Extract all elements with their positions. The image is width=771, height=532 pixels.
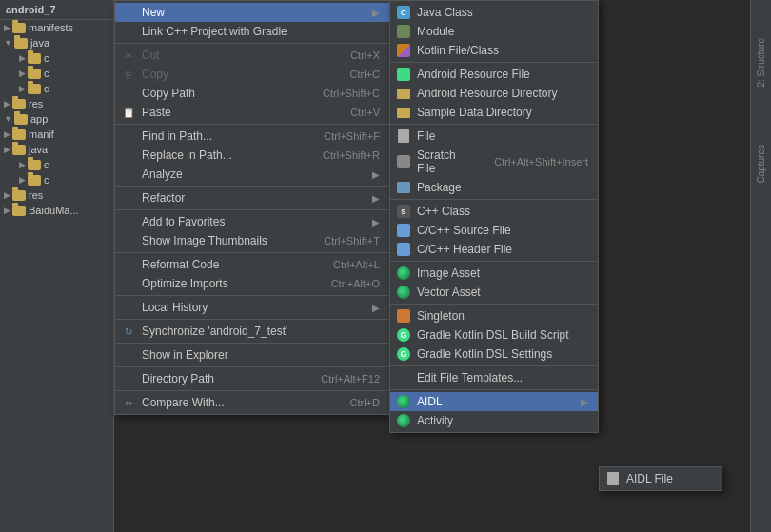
expand-arrow: ▶ bbox=[4, 145, 10, 154]
ctx-menu-item-new[interactable]: New ▶ bbox=[115, 3, 389, 22]
new-submenu-singleton[interactable]: Singleton bbox=[390, 306, 598, 325]
ctx-menu-item-show-explorer[interactable]: Show in Explorer bbox=[115, 345, 389, 365]
sidebar-item-c1[interactable]: ▶ c bbox=[0, 50, 113, 66]
new-submenu-image-asset[interactable]: Image Asset bbox=[390, 264, 598, 283]
separator bbox=[115, 319, 389, 320]
ctx-menu-item-copy-path[interactable]: Copy Path Ctrl+Shift+C bbox=[115, 84, 389, 103]
ctx-menu-item-paste[interactable]: 📋 Paste Ctrl+V bbox=[115, 103, 389, 122]
ctx-menu-item-reformat[interactable]: Reformat Code Ctrl+Alt+L bbox=[115, 255, 389, 274]
none-icon bbox=[121, 86, 136, 101]
ctx-menu-item-link-cpp[interactable]: Link C++ Project with Gradle bbox=[115, 22, 389, 41]
new-submenu-gradle-build[interactable]: G Gradle Kotlin DSL Build Script bbox=[390, 325, 598, 345]
sidebar-item-manifests2[interactable]: ▶ manif bbox=[0, 127, 113, 142]
ctx-menu-item-compare-with[interactable]: ⇔ Compare With... Ctrl+D bbox=[115, 393, 389, 412]
new-submenu-android-res-file[interactable]: Android Resource File bbox=[390, 65, 598, 84]
submenu-arrow-icon: ▶ bbox=[372, 303, 380, 313]
none-icon bbox=[121, 300, 136, 315]
new-submenu-item-label: C/C++ Header File bbox=[417, 243, 512, 256]
new-submenu-edit-templates[interactable]: Edit File Templates... bbox=[390, 368, 598, 387]
aidl-submenu-arrow-icon: ▶ bbox=[581, 397, 588, 407]
ctx-menu-item-copy[interactable]: ⎘ Copy Ctrl+C bbox=[115, 65, 389, 84]
sidebar-item-baidumap[interactable]: ▶ BaiduMa... bbox=[0, 203, 113, 218]
none-icon bbox=[121, 128, 136, 144]
none-icon bbox=[121, 257, 136, 272]
android-res-badge bbox=[397, 68, 410, 81]
ctx-menu-item-refactor[interactable]: Refactor ▶ bbox=[115, 188, 389, 207]
new-submenu-item-label: Activity bbox=[417, 414, 453, 427]
folder-icon bbox=[12, 99, 26, 109]
ctx-menu-item-add-favorites[interactable]: Add to Favorites ▶ bbox=[115, 212, 389, 231]
aidl-file-badge bbox=[607, 472, 619, 485]
sidebar-item-label: c bbox=[44, 159, 49, 170]
separator bbox=[390, 62, 598, 63]
sidebar-item-java[interactable]: ▼ java bbox=[0, 35, 113, 50]
ctx-menu-item-find-in-path[interactable]: Find in Path... Ctrl+Shift+F bbox=[115, 127, 389, 146]
sync-icon: ↻ bbox=[121, 324, 136, 339]
new-submenu-vector-asset[interactable]: Vector Asset bbox=[390, 283, 598, 302]
shortcut-label: Ctrl+V bbox=[350, 107, 380, 118]
ctx-menu-item-directory-path[interactable]: Directory Path Ctrl+Alt+F12 bbox=[115, 369, 389, 388]
new-submenu-file[interactable]: File bbox=[390, 127, 598, 146]
new-submenu-cpp-header[interactable]: C/C++ Header File bbox=[390, 240, 598, 259]
kotlin-icon bbox=[396, 43, 411, 58]
new-submenu-kotlin[interactable]: Kotlin File/Class bbox=[390, 41, 598, 60]
side-tab-captures[interactable]: Captures bbox=[756, 145, 766, 184]
ctx-menu-item-synchronize[interactable]: ↻ Synchronize 'android_7_test' bbox=[115, 322, 389, 341]
shortcut-label: Ctrl+Shift+T bbox=[324, 235, 380, 246]
sidebar-item-java2[interactable]: ▶ java bbox=[0, 142, 113, 157]
new-submenu-sample-data[interactable]: Sample Data Directory bbox=[390, 103, 598, 122]
new-submenu-activity[interactable]: Activity bbox=[390, 411, 598, 430]
aidl-submenu-item-label: AIDL File bbox=[626, 472, 673, 485]
module-icon bbox=[396, 24, 411, 39]
ctx-item-label: Add to Favorites bbox=[142, 215, 225, 228]
new-submenu-cpp-src[interactable]: C/C++ Source File bbox=[390, 221, 598, 240]
sample-data-icon bbox=[396, 105, 411, 120]
ctx-item-label: Analyze bbox=[142, 167, 183, 181]
sidebar-item-label: res bbox=[29, 189, 43, 201]
separator bbox=[115, 186, 389, 187]
new-submenu-item-label: AIDL bbox=[417, 395, 443, 408]
separator bbox=[115, 43, 389, 44]
separator bbox=[115, 295, 389, 296]
sidebar-item-app[interactable]: ▼ app bbox=[0, 111, 113, 127]
singleton-icon bbox=[396, 308, 411, 324]
new-submenu-package[interactable]: Package bbox=[390, 178, 598, 197]
paste-icon: 📋 bbox=[121, 105, 136, 120]
aidl-submenu-aidl-file[interactable]: AIDL File bbox=[600, 469, 722, 488]
new-submenu-module[interactable]: Module bbox=[390, 22, 598, 41]
ctx-menu-item-analyze[interactable]: Analyze ▶ bbox=[115, 165, 389, 184]
activity-icon bbox=[396, 413, 411, 428]
ctx-item-label: Show Image Thumbnails bbox=[142, 234, 267, 247]
folder-res-badge bbox=[397, 89, 410, 99]
java-icon: C bbox=[396, 5, 411, 20]
ctx-menu-item-optimize-imports[interactable]: Optimize Imports Ctrl+Alt+O bbox=[115, 274, 389, 293]
shortcut-label: Ctrl+Alt+Shift+Insert bbox=[494, 156, 588, 167]
sidebar-item-res2[interactable]: ▶ res bbox=[0, 187, 113, 203]
new-submenu-aidl[interactable]: AIDL ▶ bbox=[390, 392, 598, 411]
new-submenu-cpp-class[interactable]: S C++ Class bbox=[390, 202, 598, 221]
new-submenu-android-res-dir[interactable]: Android Resource Directory bbox=[390, 84, 598, 103]
sidebar-item-c3[interactable]: ▶ c bbox=[0, 81, 113, 96]
expand-arrow: ▶ bbox=[4, 206, 10, 215]
ctx-menu-item-local-history[interactable]: Local History ▶ bbox=[115, 298, 389, 317]
sidebar-item-res[interactable]: ▶ res bbox=[0, 96, 113, 111]
shortcut-label: Ctrl+Alt+L bbox=[333, 259, 380, 270]
sidebar-item-c2[interactable]: ▶ c bbox=[0, 66, 113, 81]
new-submenu-scratch-file[interactable]: Scratch File Ctrl+Alt+Shift+Insert bbox=[390, 146, 598, 178]
cpp-src-icon bbox=[396, 223, 411, 238]
side-tab-structure[interactable]: 2: Structure bbox=[756, 38, 766, 88]
ctx-menu-item-cut[interactable]: ✂ Cut Ctrl+X bbox=[115, 46, 389, 65]
sidebar-item-c4[interactable]: ▶ c bbox=[0, 157, 113, 172]
sidebar-item-label: manifests bbox=[29, 22, 73, 33]
file-badge bbox=[398, 129, 409, 143]
java-badge: C bbox=[397, 6, 410, 19]
new-submenu-item-label: Java Class bbox=[417, 6, 473, 19]
sidebar-item-c5[interactable]: ▶ c bbox=[0, 172, 113, 187]
ctx-menu-item-show-thumbnails[interactable]: Show Image Thumbnails Ctrl+Shift+T bbox=[115, 231, 389, 250]
ctx-menu-item-replace-in-path[interactable]: Replace in Path... Ctrl+Shift+R bbox=[115, 146, 389, 165]
separator bbox=[390, 199, 598, 200]
new-submenu-gradle-settings[interactable]: G Gradle Kotlin DSL Settings bbox=[390, 345, 598, 364]
sidebar-item-manifests[interactable]: ▶ manifests bbox=[0, 20, 113, 35]
new-submenu-java-class[interactable]: C Java Class bbox=[390, 3, 598, 22]
vector-badge bbox=[397, 286, 410, 299]
